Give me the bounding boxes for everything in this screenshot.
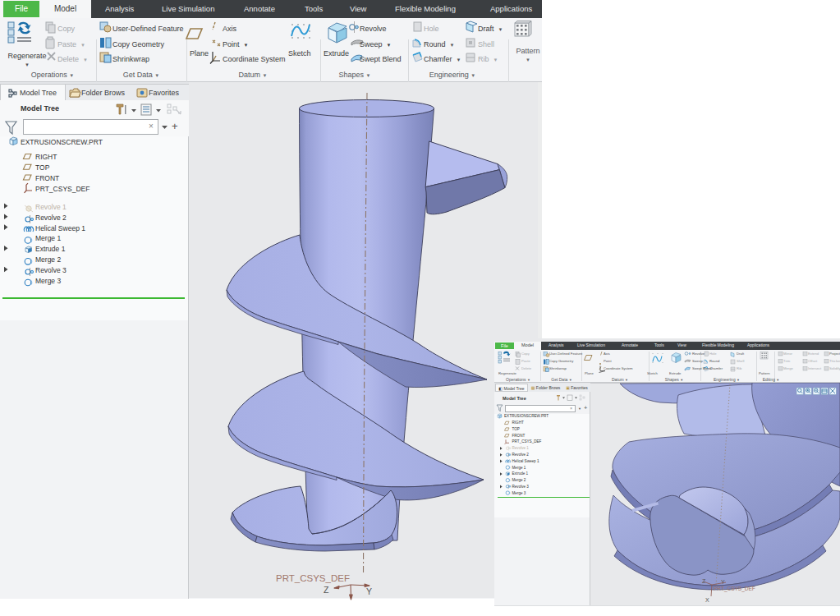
svg-text:PRT_CSYS_DEF: PRT_CSYS_DEF [276, 573, 350, 583]
svg-text:Y: Y [721, 579, 725, 585]
svg-text:Z: Z [324, 585, 329, 595]
svg-text:Z: Z [702, 578, 706, 584]
svg-text:PRT_CSYS_DEF: PRT_CSYS_DEF [714, 586, 755, 592]
svg-text:Y: Y [366, 586, 372, 596]
svg-text:X: X [705, 597, 709, 603]
